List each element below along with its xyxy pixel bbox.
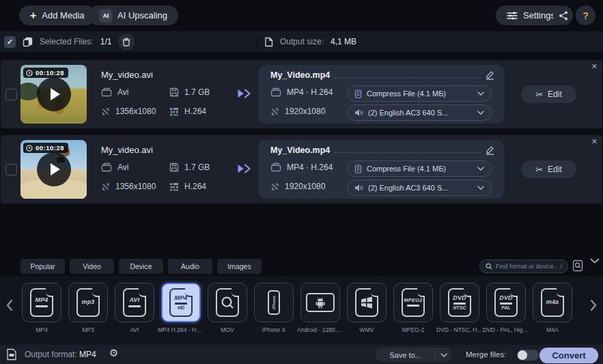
- format-tile-label: iPhone X: [251, 326, 297, 333]
- output-name-row: My_Video.mp4: [270, 145, 494, 155]
- collapse-panel-button[interactable]: [590, 258, 600, 264]
- find-file-button[interactable]: [572, 260, 583, 272]
- scissors-icon: ✂: [535, 89, 543, 100]
- tab-video[interactable]: Video: [70, 259, 114, 274]
- mp3-file-icon: mp3: [76, 288, 100, 317]
- edit-button[interactable]: ✂ Edit: [521, 85, 576, 103]
- carousel-left-arrow[interactable]: [6, 299, 13, 311]
- rename-pencil-icon[interactable]: [485, 70, 494, 80]
- remove-row-button[interactable]: ✕: [591, 62, 598, 71]
- format-tile-mov[interactable]: [208, 283, 247, 322]
- file-checkbox[interactable]: ✓: [5, 164, 17, 176]
- format-icon: [101, 163, 112, 172]
- share-button[interactable]: [553, 5, 573, 25]
- output-file-name: My_Video.mp4: [270, 145, 330, 155]
- slash-shortcut-hint: /: [560, 263, 562, 270]
- file-checkbox[interactable]: ✓: [5, 89, 17, 100]
- chevron-down-icon: [477, 92, 484, 96]
- m4a-file-icon: m4a: [541, 288, 564, 317]
- ai-upscaling-button[interactable]: AI AI Upscaling: [89, 5, 178, 25]
- dvd-ntsc-file-icon: DVD NTSC: [448, 288, 471, 317]
- source-size: 1.7 GB: [169, 163, 210, 172]
- format-tile-label: WMV: [343, 326, 390, 333]
- format-tile-iphone-x[interactable]: iPhone: [254, 283, 294, 322]
- format-tile-label: DVD - PAL, High ...: [483, 326, 529, 333]
- play-button[interactable]: [37, 77, 71, 111]
- tab-popular[interactable]: Popular: [20, 259, 65, 274]
- save-to-button[interactable]: Save to...: [376, 348, 452, 362]
- footer-bar: Output format: MP4 ⚙ Save to... Merge fi…: [0, 345, 603, 364]
- search-input[interactable]: [496, 263, 557, 270]
- tab-images[interactable]: Images: [217, 259, 262, 274]
- format-tile-mp4-hd[interactable]: MP4 HD: [161, 283, 201, 322]
- remove-files-button[interactable]: [118, 33, 135, 50]
- plus-icon: +: [30, 10, 36, 22]
- source-resolution: 1356x1080: [101, 182, 156, 191]
- add-media-label: Add Media: [42, 10, 84, 20]
- output-file-name: My_Video.mp4: [270, 70, 330, 80]
- select-all-checkbox[interactable]: ✓: [4, 36, 16, 48]
- format-tile-label: Android - 1280x7...: [297, 326, 343, 333]
- mp4-hd-file-icon: MP4 HD: [169, 288, 193, 317]
- format-search-box[interactable]: /: [479, 260, 568, 273]
- format-tile-mp3[interactable]: mp3: [68, 283, 108, 322]
- selected-files-count: 1/1: [100, 37, 112, 46]
- edit-button[interactable]: ✂ Edit: [521, 160, 576, 178]
- format-tile-dvd-ntsc[interactable]: DVD NTSC: [440, 283, 479, 322]
- format-icon: [270, 87, 281, 97]
- output-size-value: 4,1 MB: [331, 37, 356, 46]
- tab-audio[interactable]: Audio: [168, 259, 212, 274]
- output-resolution: 1920x1080: [270, 182, 325, 191]
- video-thumbnail[interactable]: 00:10:28: [20, 140, 87, 199]
- chevron-down-icon: [590, 258, 600, 264]
- resize-icon: [101, 182, 110, 191]
- merge-files-toggle[interactable]: [517, 350, 539, 361]
- play-button[interactable]: [37, 152, 71, 186]
- format-tile-mp4[interactable]: MP4: [22, 283, 61, 322]
- compress-file-dropdown[interactable]: Compress File (4.1 МБ): [347, 85, 492, 102]
- merge-files-label: Merge files:: [466, 350, 506, 359]
- format-tile-dvd-pal[interactable]: DVD PAL: [486, 283, 526, 322]
- format-tile-m4a[interactable]: m4a: [533, 283, 572, 322]
- chevron-down-icon: [477, 167, 484, 171]
- gear-icon[interactable]: ⚙: [109, 347, 118, 359]
- format-tile-android[interactable]: [300, 283, 340, 322]
- save-to-label: Save to...: [376, 351, 435, 359]
- format-tile-avi[interactable]: AVI: [115, 283, 154, 322]
- clock-icon: [26, 145, 33, 152]
- rename-pencil-icon[interactable]: [485, 145, 494, 155]
- windows-icon: [355, 288, 378, 317]
- ai-chip-icon: AI: [100, 10, 112, 22]
- output-format-file-icon: [6, 348, 17, 361]
- output-size-label: Output size:: [280, 37, 324, 46]
- document-icon: [264, 37, 273, 47]
- scissors-icon: ✂: [535, 165, 543, 175]
- help-button[interactable]: ?: [576, 5, 595, 25]
- compress-file-dropdown[interactable]: Compress File (4.1 МБ): [347, 160, 492, 177]
- add-media-button[interactable]: + Add Media: [19, 5, 96, 25]
- edit-label: Edit: [548, 165, 562, 174]
- chevron-down-icon: [477, 186, 484, 190]
- quicktime-icon: [216, 288, 239, 317]
- iphone-icon: iPhone: [268, 290, 280, 315]
- play-icon: [51, 163, 60, 176]
- tab-device[interactable]: Device: [119, 259, 163, 274]
- convert-button[interactable]: Convert: [539, 348, 598, 363]
- format-tile-wmv[interactable]: [347, 283, 387, 322]
- source-codec: H.264: [169, 182, 206, 191]
- compress-file-icon: [354, 89, 362, 98]
- format-tile-label: MPEG-2: [390, 326, 436, 333]
- carousel-right-arrow[interactable]: [590, 299, 597, 311]
- dotted-leader: [334, 152, 481, 153]
- chevron-down-icon: [477, 111, 484, 115]
- video-thumbnail[interactable]: 00:10:28: [20, 65, 87, 124]
- duration-badge: 00:10:28: [23, 68, 68, 78]
- resize-icon: [270, 182, 279, 191]
- audio-track-dropdown[interactable]: (2) English AC3 640 S...: [347, 180, 492, 196]
- chevron-down-icon[interactable]: [436, 353, 452, 357]
- ai-upscaling-label: AI Upscaling: [117, 10, 167, 20]
- format-tile-mpeg2[interactable]: MPEG2: [393, 283, 433, 322]
- remove-row-button[interactable]: ✕: [591, 137, 598, 146]
- audio-track-dropdown[interactable]: (2) English AC3 640 S...: [347, 104, 492, 121]
- video-converter-window: + Add Media AI AI Upscaling Settings: [0, 0, 603, 364]
